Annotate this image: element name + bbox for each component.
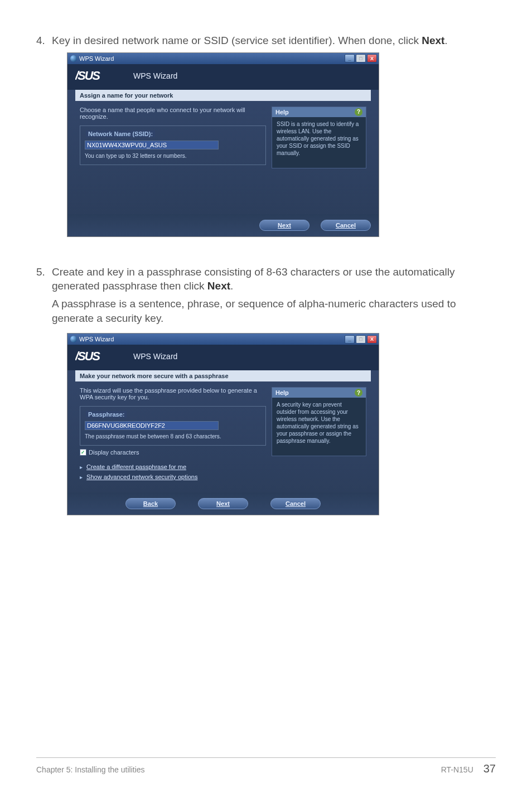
step-5-after: .	[230, 280, 233, 292]
minimize-button[interactable]: _	[345, 54, 355, 62]
advanced-options-link[interactable]: Show advanced network security options	[86, 474, 197, 480]
help-body: SSID is a string used to identify a wire…	[272, 117, 366, 168]
wps-dialog-2: WPS Wizard _ □ X /SUS WPS Wizard Make yo…	[67, 333, 379, 515]
ssid-hint: You can type up to 32 letters or numbers…	[85, 153, 261, 159]
brand-title: WPS Wizard	[133, 352, 177, 361]
display-characters-checkbox[interactable]: ✓	[80, 449, 86, 456]
close-button[interactable]: X	[367, 335, 377, 344]
footer-chapter: Chapter 5: Installing the utilities	[36, 765, 145, 774]
step-5-text: Create and key in a passphrase consistin…	[52, 266, 454, 292]
step-4: 4. Key in desired network name or SSID (…	[36, 33, 496, 48]
step-4-bold: Next	[422, 35, 444, 46]
step-5-body: Create and key in a passphrase consistin…	[52, 265, 496, 293]
maximize-button: □	[356, 335, 366, 344]
passphrase-fieldset: Passphrase: The passphrase must be betwe…	[80, 406, 266, 446]
passphrase-hint: The passphrase must be between 8 and 63 …	[85, 433, 261, 439]
asus-logo: /SUS	[75, 350, 125, 363]
display-characters-label: Display characters	[89, 449, 139, 456]
footer-model: RT-N15U	[441, 765, 473, 774]
help-body: A security key can prevent outsider from…	[272, 398, 366, 456]
close-button[interactable]: X	[367, 54, 377, 62]
svg-text:/SUS: /SUS	[75, 350, 101, 363]
arrow-icon: ▸	[80, 464, 83, 470]
passphrase-input[interactable]	[85, 421, 219, 430]
help-box: Help ? SSID is a string used to identify…	[272, 107, 366, 168]
help-icon: ?	[355, 108, 362, 116]
brand-title: WPS Wizard	[133, 71, 177, 80]
maximize-button: □	[356, 54, 366, 62]
back-button[interactable]: Back	[125, 498, 176, 509]
next-button[interactable]: Next	[259, 220, 309, 231]
ssid-legend: Network Name (SSID):	[86, 131, 155, 137]
asus-logo: /SUS	[75, 70, 125, 82]
titlebar[interactable]: WPS Wizard _ □ X	[67, 53, 379, 64]
help-icon: ?	[355, 389, 362, 397]
globe-icon	[70, 55, 77, 62]
help-title: Help	[275, 389, 289, 396]
step-5-cont: A passphrase is a sentence, phrase, or s…	[52, 297, 496, 325]
minimize-button[interactable]: _	[345, 335, 355, 344]
brand-bar: /SUS WPS Wizard	[67, 64, 379, 90]
step-4-body: Key in desired network name or SSID (ser…	[52, 33, 496, 48]
description: This wizard will use the passphrase prov…	[80, 387, 266, 400]
titlebar-text: WPS Wizard	[79, 55, 114, 62]
section-heading: Make your network more secure with a pas…	[75, 370, 371, 381]
cancel-button[interactable]: Cancel	[321, 220, 371, 231]
step-4-number: 4.	[36, 33, 52, 48]
link-row-1: ▸ Create a different passphrase for me	[80, 463, 266, 470]
step-4-text: Key in desired network name or SSID (ser…	[52, 35, 422, 46]
brand-bar: /SUS WPS Wizard	[67, 345, 379, 370]
ssid-input[interactable]	[85, 141, 219, 149]
wps-dialog-1: WPS Wizard _ □ X /SUS WPS Wizard Assign …	[67, 52, 379, 237]
button-bar: Next Cancel	[67, 214, 379, 236]
help-title: Help	[275, 109, 289, 115]
step-5-number: 5.	[36, 265, 52, 293]
step-4-after: .	[444, 35, 447, 46]
svg-text:/SUS: /SUS	[75, 70, 101, 82]
button-bar: Back Next Cancel	[67, 492, 379, 515]
arrow-icon: ▸	[80, 474, 83, 480]
footer-page: 37	[483, 762, 496, 775]
step-5-bold: Next	[207, 280, 230, 292]
globe-icon	[70, 336, 77, 342]
section-heading: Assign a name for your network	[75, 90, 371, 101]
create-different-passphrase-link[interactable]: Create a different passphrase for me	[86, 463, 186, 470]
link-row-2: ▸ Show advanced network security options	[80, 474, 266, 480]
page-footer: Chapter 5: Installing the utilities RT-N…	[36, 757, 496, 775]
titlebar[interactable]: WPS Wizard _ □ X	[67, 334, 379, 345]
passphrase-legend: Passphrase:	[86, 411, 127, 418]
cancel-button[interactable]: Cancel	[270, 498, 321, 509]
step-5: 5. Create and key in a passphrase consis…	[36, 265, 496, 293]
next-button[interactable]: Next	[198, 498, 248, 509]
description: Choose a name that people who connect to…	[80, 107, 266, 120]
help-box: Help ? A security key can prevent outsid…	[272, 387, 366, 456]
ssid-fieldset: Network Name (SSID): You can type up to …	[80, 125, 266, 165]
titlebar-text: WPS Wizard	[79, 336, 114, 342]
